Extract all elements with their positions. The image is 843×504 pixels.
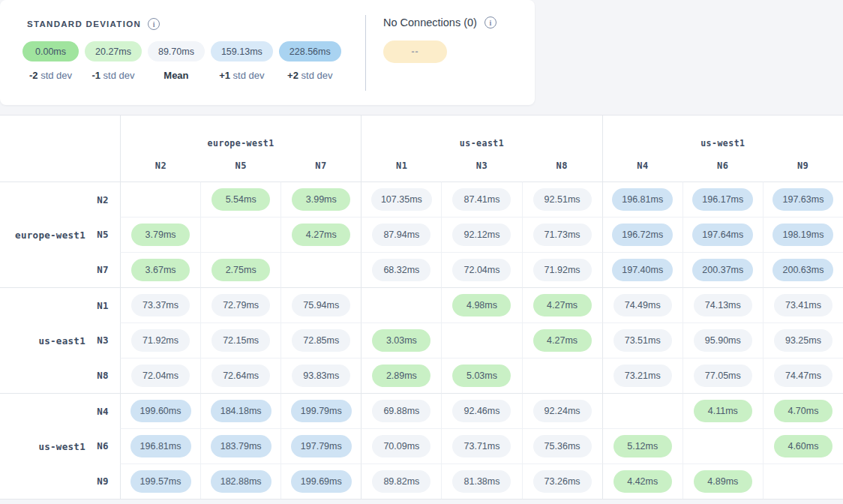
latency-chip[interactable]: 199.79ms bbox=[291, 400, 352, 422]
latency-chip[interactable]: 74.49ms bbox=[614, 294, 672, 316]
latency-chip[interactable]: 92.12ms bbox=[452, 224, 511, 246]
legend-chip: 20.27ms bbox=[85, 41, 142, 62]
latency-chip[interactable]: 74.47ms bbox=[774, 364, 832, 387]
matrix-cell bbox=[280, 252, 361, 287]
latency-chip[interactable]: 72.79ms bbox=[212, 294, 270, 316]
latency-chip[interactable]: 77.05ms bbox=[694, 364, 752, 387]
latency-chip[interactable]: 197.64ms bbox=[692, 224, 753, 246]
latency-chip[interactable]: 4.27ms bbox=[292, 224, 350, 246]
latency-chip[interactable]: 87.41ms bbox=[452, 188, 511, 211]
no-connections-title: No Connections (0) bbox=[383, 16, 477, 28]
latency-chip[interactable]: 92.51ms bbox=[533, 188, 592, 211]
latency-chip[interactable]: 3.99ms bbox=[292, 188, 350, 211]
latency-chip[interactable]: 196.72ms bbox=[612, 224, 673, 246]
latency-chip[interactable]: 4.11ms bbox=[694, 400, 752, 422]
latency-chip[interactable]: 196.81ms bbox=[130, 435, 191, 458]
row-region-label: europe-west1 bbox=[0, 182, 86, 287]
latency-chip[interactable]: 199.69ms bbox=[291, 470, 352, 493]
latency-chip[interactable]: 73.26ms bbox=[533, 470, 592, 493]
latency-chip[interactable]: 71.92ms bbox=[533, 259, 592, 281]
matrix-cell bbox=[361, 287, 441, 322]
latency-chip[interactable]: 75.36ms bbox=[533, 435, 592, 458]
matrix-cell: 71.73ms bbox=[522, 217, 602, 252]
latency-chip[interactable]: 70.09ms bbox=[372, 435, 430, 458]
latency-chip[interactable]: 197.79ms bbox=[291, 435, 352, 458]
legend-item-label: -2 std dev bbox=[29, 70, 72, 81]
column-node-name: N7 bbox=[281, 160, 362, 171]
latency-chip[interactable]: 81.38ms bbox=[452, 470, 511, 493]
latency-chip[interactable]: 4.42ms bbox=[614, 470, 672, 493]
latency-chip[interactable]: 182.88ms bbox=[211, 470, 272, 493]
latency-chip[interactable]: 69.88ms bbox=[372, 400, 430, 422]
latency-chip[interactable]: 4.98ms bbox=[452, 294, 511, 316]
latency-chip[interactable]: 5.54ms bbox=[212, 188, 270, 211]
latency-chip[interactable]: 68.32ms bbox=[372, 259, 430, 281]
matrix-cell: 197.79ms bbox=[280, 428, 361, 464]
latency-chip[interactable]: 72.64ms bbox=[212, 364, 270, 387]
latency-chip[interactable]: 72.04ms bbox=[131, 364, 190, 387]
latency-chip[interactable]: 200.37ms bbox=[692, 259, 753, 281]
latency-chip[interactable]: 95.90ms bbox=[694, 329, 752, 352]
latency-chip[interactable]: 92.24ms bbox=[533, 400, 592, 422]
matrix-cell: 73.37ms bbox=[120, 287, 200, 322]
column-group-header: europe-west1N2N5N7 bbox=[120, 116, 361, 182]
latency-chip[interactable]: 3.03ms bbox=[372, 329, 430, 352]
column-node-names: N2N5N7 bbox=[121, 160, 361, 171]
column-region-name: us-east1 bbox=[460, 138, 504, 148]
latency-chip[interactable]: 183.79ms bbox=[211, 435, 272, 458]
matrix-cell bbox=[763, 464, 843, 499]
row-node-label: N2 bbox=[86, 182, 120, 217]
latency-chip[interactable]: 107.35ms bbox=[371, 188, 432, 211]
matrix-cell: 72.64ms bbox=[200, 358, 280, 393]
latency-chip[interactable]: 93.83ms bbox=[292, 364, 350, 387]
legend-item: 89.70msMean bbox=[148, 41, 205, 81]
latency-chip[interactable]: 199.60ms bbox=[130, 400, 191, 422]
matrix-cell bbox=[522, 358, 602, 393]
matrix-cell: 196.72ms bbox=[602, 217, 682, 252]
latency-chip[interactable]: 74.13ms bbox=[694, 294, 752, 316]
matrix-cell: 75.94ms bbox=[280, 287, 361, 322]
matrix-cell: 3.79ms bbox=[120, 217, 200, 252]
latency-chip[interactable]: 4.27ms bbox=[533, 294, 592, 316]
row-node-label: N9 bbox=[86, 464, 120, 499]
latency-chip[interactable]: 3.79ms bbox=[131, 224, 190, 246]
latency-chip[interactable]: 71.73ms bbox=[533, 224, 592, 246]
latency-chip[interactable]: 197.40ms bbox=[612, 259, 673, 281]
latency-chip[interactable]: 73.21ms bbox=[614, 364, 672, 387]
info-icon[interactable]: i bbox=[148, 18, 160, 30]
latency-chip[interactable]: 73.71ms bbox=[452, 435, 511, 458]
latency-chip[interactable]: 73.51ms bbox=[614, 329, 672, 352]
latency-chip[interactable]: 4.89ms bbox=[694, 470, 752, 493]
latency-chip[interactable]: 5.03ms bbox=[452, 364, 511, 387]
latency-chip[interactable]: 4.60ms bbox=[774, 435, 832, 458]
latency-chip[interactable]: 87.94ms bbox=[372, 224, 430, 246]
latency-chip[interactable]: 71.92ms bbox=[131, 329, 190, 352]
latency-chip[interactable]: 73.41ms bbox=[774, 294, 832, 316]
latency-chip[interactable]: 4.27ms bbox=[533, 329, 592, 352]
row-region-label: us-west1 bbox=[0, 393, 86, 499]
latency-chip[interactable]: 2.89ms bbox=[372, 364, 430, 387]
std-deviation-legend: STANDARD DEVIATION i 0.00ms-2 std dev20.… bbox=[0, 0, 365, 105]
matrix-cell: 73.21ms bbox=[602, 358, 682, 393]
latency-chip[interactable]: 196.17ms bbox=[692, 188, 753, 211]
latency-chip[interactable]: 200.63ms bbox=[772, 259, 833, 281]
latency-chip[interactable]: 196.81ms bbox=[612, 188, 673, 211]
latency-chip[interactable]: 75.94ms bbox=[292, 294, 350, 316]
latency-chip[interactable]: 72.04ms bbox=[452, 259, 511, 281]
info-icon[interactable]: i bbox=[484, 16, 496, 28]
latency-chip[interactable]: 73.37ms bbox=[131, 294, 190, 316]
latency-chip[interactable]: 89.82ms bbox=[372, 470, 430, 493]
matrix-cell: 5.03ms bbox=[441, 358, 521, 393]
latency-chip[interactable]: 184.18ms bbox=[211, 400, 272, 422]
latency-chip[interactable]: 2.75ms bbox=[212, 259, 270, 281]
latency-chip[interactable]: 92.46ms bbox=[452, 400, 511, 422]
latency-chip[interactable]: 3.67ms bbox=[131, 259, 190, 281]
latency-chip[interactable]: 198.19ms bbox=[772, 224, 833, 246]
latency-chip[interactable]: 199.57ms bbox=[130, 470, 191, 493]
latency-chip[interactable]: 72.15ms bbox=[212, 329, 270, 352]
latency-chip[interactable]: 5.12ms bbox=[614, 435, 672, 458]
latency-chip[interactable]: 4.70ms bbox=[774, 400, 832, 422]
latency-chip[interactable]: 197.63ms bbox=[772, 188, 833, 211]
latency-chip[interactable]: 93.25ms bbox=[774, 329, 832, 352]
latency-chip[interactable]: 72.85ms bbox=[292, 329, 350, 352]
